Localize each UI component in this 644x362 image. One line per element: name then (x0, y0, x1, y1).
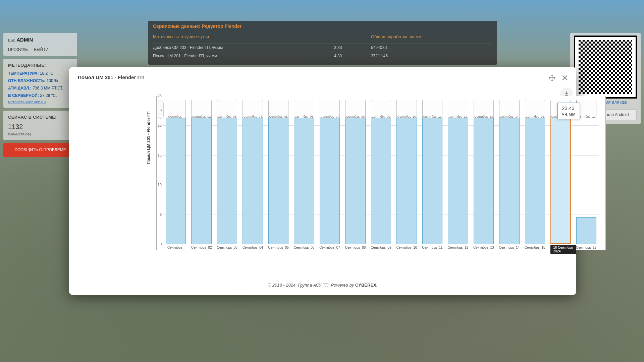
chart-tooltip-date: 16 Сентября 2024 (550, 245, 576, 254)
chart-top-label[interactable]: Сентябрь_14 (499, 100, 519, 118)
chart-top-label[interactable]: Сентябрь_04 (243, 100, 263, 118)
sub-total: Общая наработка, чч:мм (371, 34, 492, 39)
ytick: 20 (158, 123, 162, 127)
report-problem-button[interactable]: СООБЩИТЬ О ПРОБЛЕМЕ (3, 143, 77, 157)
online-heading: СЕЙЧАС В СИСТЕМЕ: (8, 115, 72, 120)
close-icon[interactable] (560, 73, 570, 82)
online-count: 1132 (8, 123, 72, 131)
qr-code (575, 37, 636, 97)
ytick: 15 (158, 153, 162, 157)
meteo-source-link[interactable]: МЕТЕОСТАНЦИЯ КИП И А (8, 101, 72, 104)
xtick: Сентябрь_03 (214, 246, 240, 249)
modal-title: Помол ЦМ 201 - Flender ГП (78, 74, 568, 80)
row-name-1: Помол ЦМ 201 - Flender ГП, чч:мм (153, 52, 334, 60)
profile-link[interactable]: ПРОФИЛЬ (8, 47, 28, 52)
chart-modal: Помол ЦМ 201 - Flender ГП ‹‹ ›› Помол ЦМ… (69, 67, 576, 295)
chart-top-label[interactable]: Сентябрь_ (166, 100, 186, 118)
chart-bar[interactable] (448, 107, 468, 244)
xtick: Сентябрь_10 (394, 246, 419, 249)
chart-tooltip: 23.43 чч.мм (557, 103, 580, 119)
online-caption: ПАРАМЕТР(ОВ) (8, 133, 72, 136)
chart-bar[interactable] (268, 113, 288, 244)
chart-top-label[interactable]: Сентябрь_13 (474, 100, 494, 118)
chart-top-label[interactable]: Сентябрь_06 (294, 100, 314, 118)
chart-bar[interactable] (576, 217, 596, 244)
chart-top-label[interactable]: Сентябрь_12 (448, 100, 468, 118)
logout-link[interactable]: ВЫЙТИ (34, 47, 48, 52)
row-name-0: Дробилка СМ 203 - Flender ГП, чч:мм (153, 43, 334, 52)
service-data-title: Сервисные данные: Редуктор Flender (153, 23, 492, 29)
row-total-1: 37211:46 (371, 52, 492, 60)
chart-bar[interactable] (371, 108, 391, 244)
user-panel: вы: ADMIN ПРОФИЛЬ ВЫЙТИ (3, 33, 77, 56)
chart-top-label[interactable]: Сентябрь_15 (525, 100, 545, 118)
xtick: Сентябрь_17 (574, 246, 599, 249)
row-today-1: 4:33 (334, 52, 371, 60)
xtick: Сентябрь_06 (291, 246, 317, 249)
ytick: 25 (158, 94, 162, 98)
xtick: Сентябрь_04 (240, 246, 265, 249)
chart-bar[interactable] (474, 107, 494, 244)
xtick: Сентябрь_12 (445, 246, 471, 249)
service-data-panel: Сервисные данные: Редуктор Flender Моточ… (148, 21, 497, 65)
chart-bar[interactable] (217, 104, 237, 244)
sub-today: Моточасы за текущие сутки (153, 34, 334, 39)
meteo-row: ТЕМПЕРАТУРА: 16.2 °C (8, 71, 72, 76)
chart-top-label[interactable]: Сентябрь_10 (396, 100, 417, 118)
chart-top-label[interactable]: Сентябрь_08 (345, 100, 365, 118)
xtick: Сентябрь_07 (317, 246, 342, 249)
xtick: Сентябрь_05 (266, 246, 291, 249)
row-today-0: 3:33 (334, 43, 371, 52)
chart-top-label[interactable]: Сентябрь_03 (217, 100, 237, 118)
ytick: 0 (160, 242, 162, 246)
chart-bar[interactable] (243, 104, 263, 244)
chart-bar[interactable] (550, 105, 571, 244)
chart-top-label[interactable]: Сентябрь_05 (268, 100, 288, 118)
move-icon[interactable] (547, 73, 557, 82)
xtick: Сентябрь_02 (189, 246, 214, 249)
chart-top-label[interactable]: Сентябрь_02 (191, 100, 211, 118)
footer: © 2018 - 2024. Группа АСУ ТП. Powered by… (69, 283, 576, 288)
xtick: Сентябрь_13 (471, 246, 496, 249)
chart-top-label[interactable]: Сентябрь_11 (422, 100, 442, 118)
online-panel: СЕЙЧАС В СИСТЕМЕ: 1132 ПАРАМЕТР(ОВ) (3, 111, 77, 140)
meteo-row: ОТН.ВЛАЖНОСТЬ: 100 % (8, 78, 72, 83)
user-prefix: вы: (8, 37, 15, 43)
meteo-heading: МЕТЕОДАННЫЕ: (8, 63, 72, 68)
row-total-0: 54940:01 (371, 43, 492, 52)
xtick: Сентябрь_09 (368, 246, 394, 249)
meteo-panel: МЕТЕОДАННЫЕ: ТЕМПЕРАТУРА: 16.2 °CОТН.ВЛА… (3, 59, 77, 108)
xtick: Сентябрь_14 (496, 246, 522, 249)
meteo-row: В СЕРВЕРНОЙ: 27.29 °C. (8, 93, 72, 98)
user-name: ADMIN (16, 37, 33, 43)
meteo-row: АТМ.ДАВЛ.: 736.3 ММ.РТ.СТ. (8, 86, 72, 90)
xtick: Сентябрь_08 (342, 246, 368, 249)
xtick: Сентябрь_ (163, 246, 189, 249)
xtick: Сентябрь_11 (420, 246, 445, 249)
ytick: 10 (158, 183, 162, 187)
ytick: 5 (160, 213, 162, 217)
chart-top-label[interactable]: Сентябрь_07 (320, 100, 340, 118)
chart-top-label[interactable]: Сентябрь_09 (371, 100, 391, 118)
xtick: Сентябрь_15 (522, 246, 548, 249)
